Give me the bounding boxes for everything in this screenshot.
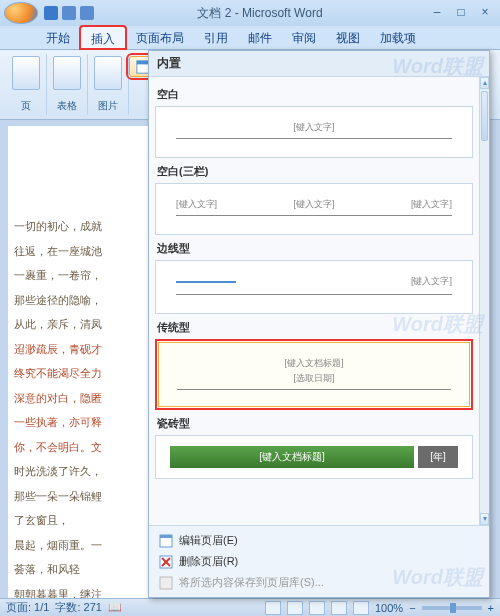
doc-line: 朝朝暮暮里，继注 <box>14 586 152 599</box>
placeholder-text: [年] <box>418 446 458 468</box>
table-button[interactable] <box>53 56 81 90</box>
ribbon-group-illustrations: 图片 <box>88 54 129 115</box>
menuitem-save-to-gallery: 将所选内容保存到页眉库(S)... <box>149 572 489 593</box>
view-printlayout-button[interactable] <box>265 601 281 615</box>
menuitem-edit-header[interactable]: 编辑页眉(E) <box>149 530 489 551</box>
gallery-label-blank: 空白 <box>157 87 473 102</box>
gallery-label-traditional: 传统型 <box>157 320 473 335</box>
doc-line: 晨起，烟雨重。一 <box>14 537 152 554</box>
close-button[interactable]: × <box>474 5 496 21</box>
doc-line: 荟落，和风轻 <box>14 561 152 578</box>
placeholder-text: [键入文字] <box>411 198 452 211</box>
minimize-button[interactable]: – <box>426 5 448 21</box>
edge-line <box>176 281 236 283</box>
view-fullscreen-button[interactable] <box>287 601 303 615</box>
gallery-body: 空白 [键入文字] 空白(三栏) [键入文字] [键入文字] [键入文字] 边线… <box>149 77 479 525</box>
doc-line: 一些执著，亦可释 <box>14 414 152 431</box>
cover-page-button[interactable] <box>12 56 40 90</box>
menuitem-label: 删除页眉(R) <box>179 554 238 569</box>
placeholder-text: [选取日期] <box>177 372 451 385</box>
menuitem-remove-header[interactable]: 删除页眉(R) <box>149 551 489 572</box>
doc-line: 那些一朵一朵锦鲤 <box>14 488 152 505</box>
placeholder-text: [键入文字] <box>176 198 217 211</box>
placeholder-text: [键入文字] <box>236 275 452 288</box>
doc-line: 迢渺疏辰，青砚才 <box>14 341 152 358</box>
gallery-item-edge[interactable]: [键入文字] <box>155 260 473 314</box>
window-title: 文档 2 - Microsoft Word <box>96 5 424 22</box>
doc-line: 一裹重，一卷帘， <box>14 267 152 284</box>
save-selection-icon <box>159 576 173 590</box>
status-bar: 页面: 1/1 字数: 271 📖 100% − + <box>0 598 500 616</box>
doc-line: 终究不能渴尽全力 <box>14 365 152 382</box>
view-outline-button[interactable] <box>331 601 347 615</box>
gallery-item-blank3[interactable]: [键入文字] [键入文字] [键入文字] <box>155 183 473 235</box>
doc-line: 那些途径的隐喻， <box>14 292 152 309</box>
header-gallery-dropdown: 内置 空白 [键入文字] 空白(三栏) [键入文字] [键入文字] [键入文字]… <box>148 50 490 598</box>
gallery-label-tile: 瓷砖型 <box>157 416 473 431</box>
illustrations-label: 图片 <box>98 99 118 113</box>
doc-line: 往返，在一座城池 <box>14 243 152 260</box>
tab-references[interactable]: 引用 <box>194 26 238 49</box>
doc-line: 时光洗淡了许久， <box>14 463 152 480</box>
gallery-item-blank[interactable]: [键入文字] <box>155 106 473 158</box>
edit-icon <box>159 534 173 548</box>
gallery-item-tile[interactable]: [键入文档标题] [年] <box>155 435 473 479</box>
pages-label: 页 <box>21 99 31 113</box>
ribbon-group-tables: 表格 <box>47 54 88 115</box>
status-page[interactable]: 页面: 1/1 <box>6 600 49 615</box>
placeholder-text: [键入文字] <box>176 121 452 136</box>
tab-home[interactable]: 开始 <box>36 26 80 49</box>
doc-line: 了玄窗且， <box>14 512 152 529</box>
status-zoom[interactable]: 100% <box>375 602 403 614</box>
ribbon-tabs: 开始 插入 页面布局 引用 邮件 审阅 视图 加载项 <box>0 26 500 50</box>
tab-addins[interactable]: 加载项 <box>370 26 426 49</box>
doc-line: 从此，亲斥，清凤 <box>14 316 152 333</box>
placeholder-text: [键入文档标题] <box>177 357 451 370</box>
save-icon[interactable] <box>44 6 58 20</box>
gallery-section-builtin: 内置 <box>149 51 489 77</box>
tab-insert[interactable]: 插入 <box>80 26 126 49</box>
view-web-button[interactable] <box>309 601 325 615</box>
tab-pagelayout[interactable]: 页面布局 <box>126 26 194 49</box>
tab-view[interactable]: 视图 <box>326 26 370 49</box>
workspace: 一切的初心，成就 往返，在一座城池 一裹重，一卷帘， 那些途径的隐喻， 从此，亲… <box>0 120 500 598</box>
gallery-scrollbar[interactable]: ▴ ▾ <box>479 77 489 525</box>
title-bar: 文档 2 - Microsoft Word – □ × <box>0 0 500 26</box>
menuitem-label: 将所选内容保存到页眉库(S)... <box>179 575 324 590</box>
remove-icon <box>159 555 173 569</box>
undo-icon[interactable] <box>62 6 76 20</box>
svg-rect-7 <box>160 577 172 589</box>
doc-line: 你，不会明白。文 <box>14 439 152 456</box>
gallery-label-edge: 边线型 <box>157 241 473 256</box>
doc-line: 一切的初心，成就 <box>14 218 152 235</box>
view-draft-button[interactable] <box>353 601 369 615</box>
tab-mailings[interactable]: 邮件 <box>238 26 282 49</box>
scroll-thumb[interactable] <box>481 91 488 141</box>
zoom-in-button[interactable]: + <box>488 602 494 614</box>
tables-grouplabel: 表格 <box>57 99 77 113</box>
picture-button[interactable] <box>94 56 122 90</box>
scroll-down-button[interactable]: ▾ <box>480 513 489 525</box>
doc-line: 深意的对白，隐匿 <box>14 390 152 407</box>
zoom-slider[interactable] <box>422 606 482 610</box>
placeholder-text: [键入文档标题] <box>170 446 414 468</box>
menuitem-label: 编辑页眉(E) <box>179 533 238 548</box>
gallery-item-traditional[interactable]: [键入文档标题] [选取日期] <box>155 339 473 410</box>
maximize-button[interactable]: □ <box>450 5 472 21</box>
gallery-footer: 编辑页眉(E) 删除页眉(R) 将所选内容保存到页眉库(S)... <box>149 525 489 597</box>
status-language-icon[interactable]: 📖 <box>108 601 122 614</box>
scroll-up-button[interactable]: ▴ <box>480 77 489 89</box>
ribbon-group-pages: 页 <box>6 54 47 115</box>
zoom-out-button[interactable]: − <box>409 602 415 614</box>
redo-icon[interactable] <box>80 6 94 20</box>
svg-rect-3 <box>160 535 172 538</box>
status-words[interactable]: 字数: 271 <box>55 600 101 615</box>
placeholder-text: [键入文字] <box>293 198 334 211</box>
document-body[interactable]: 一切的初心，成就 往返，在一座城池 一裹重，一卷帘， 那些途径的隐喻， 从此，亲… <box>8 126 158 598</box>
tab-review[interactable]: 审阅 <box>282 26 326 49</box>
gallery-label-blank3: 空白(三栏) <box>157 164 473 179</box>
office-button[interactable] <box>4 2 38 24</box>
